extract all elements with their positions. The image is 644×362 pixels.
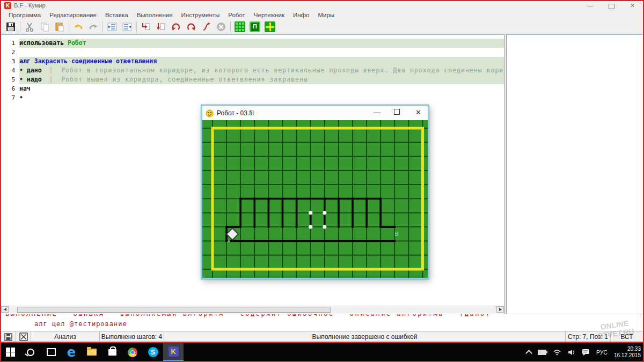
save-icon[interactable] [3, 20, 18, 34]
menu-vypolnenie[interactable]: Выполнение [133, 12, 177, 18]
volume-icon[interactable] [568, 349, 575, 356]
toolbar: П [1, 20, 643, 34]
toolbar-separator [136, 21, 137, 32]
store-icon[interactable] [102, 343, 122, 361]
remove-indent-icon[interactable] [120, 20, 135, 34]
file-explorer-icon[interactable] [82, 343, 102, 361]
status-message: Выполнение завершено с ошибкой [164, 331, 566, 342]
wifi-icon[interactable] [553, 349, 561, 356]
robot-window[interactable]: Робот - 03.fil — ✕ AB [201, 105, 429, 279]
close-icon[interactable]: ✕ [630, 2, 635, 9]
search-icon[interactable] [20, 343, 41, 361]
toolbar-separator [103, 21, 103, 32]
tray-chevron-icon[interactable] [526, 349, 531, 356]
start-button-icon[interactable] [0, 343, 20, 361]
code-line[interactable]: 2 [1, 48, 504, 57]
menu-miry[interactable]: Миры [313, 12, 339, 18]
copy-icon[interactable] [37, 20, 52, 34]
error-output-pane: ВЫПОЛНЕНИЕ ОШИБКА выполняемый алгоритм с… [1, 314, 642, 331]
menu-instrumenty[interactable]: Инструменты [177, 12, 224, 18]
chrome-icon[interactable] [122, 343, 143, 361]
clock[interactable]: 20:33 16.12.2015 [614, 346, 641, 359]
code-line[interactable]: 6 нач [1, 84, 504, 93]
notification-icon[interactable] [582, 349, 590, 356]
scroll-left-icon[interactable] [1, 306, 9, 313]
toolbar-separator [20, 21, 20, 32]
maximize-icon[interactable] [609, 4, 614, 9]
code-line[interactable]: 7 • [1, 93, 504, 102]
minimize-icon[interactable]: — [587, 2, 593, 9]
window-titlebar: K B.F - Кумир — ✕ [1, 1, 643, 10]
robot-window-title: Робот - 03.fil [217, 109, 254, 117]
window-title: B.F - Кумир [14, 2, 46, 9]
scrollbar-thumb[interactable] [17, 307, 331, 313]
svg-text:B: B [395, 231, 399, 237]
status-save-icon[interactable] [1, 331, 16, 342]
code-line[interactable]: 1 использовать Робот [1, 39, 504, 48]
windows-taskbar: e S K РУС 20:33 16.12.2015 [0, 343, 644, 361]
kumir-app-icon: K [4, 2, 11, 9]
red-frame-line [0, 342, 644, 343]
status-bar: Анализ Выполнено шагов: 4 Выполнение зав… [1, 331, 643, 342]
status-steps: Выполнено шагов: 4 [100, 331, 164, 342]
robot-window-titlebar[interactable]: Робот - 03.fil — ✕ [202, 106, 428, 120]
status-analysis: Анализ [31, 331, 100, 342]
robot-field-window-icon[interactable]: П [247, 20, 262, 34]
add-indent-icon[interactable] [105, 20, 120, 34]
robot-field-grid-icon[interactable] [232, 20, 247, 34]
code-line[interactable]: 4 • дано | Робот в горизонтальном коридо… [1, 66, 504, 75]
code-line[interactable]: 3 алг Закрасить соединенные ответвления [1, 57, 504, 66]
redo-icon[interactable] [86, 20, 101, 34]
secondary-pane [507, 34, 642, 314]
task-view-icon[interactable] [41, 343, 61, 361]
robot-field-cross-icon[interactable] [262, 20, 277, 34]
cut-icon[interactable] [22, 20, 37, 34]
rotate-left-icon[interactable] [169, 20, 184, 34]
battery-icon[interactable] [538, 350, 546, 355]
kumir-taskbar-icon[interactable]: K [163, 343, 184, 361]
robot-smiley-icon [206, 109, 214, 117]
menu-programma[interactable]: Программа [4, 12, 45, 18]
swap-run-icon[interactable] [199, 20, 214, 34]
menu-robot[interactable]: Робот [224, 12, 250, 18]
stop-icon[interactable] [214, 20, 229, 34]
error-line: алг цел @тестирование [34, 320, 127, 328]
toolbar-separator [69, 21, 69, 32]
menu-redaktirovanie[interactable]: Редактирование [45, 12, 101, 18]
robot-close-icon[interactable]: ✕ [415, 108, 421, 116]
error-line-clipped: ВЫПОЛНЕНИЕ ОШИБКА выполняемый алгоритм с… [5, 314, 639, 319]
paste-icon[interactable] [52, 20, 67, 34]
svg-text:A: A [227, 239, 231, 244]
edge-icon[interactable]: e [61, 343, 82, 361]
code-line[interactable]: 5 • надо | Робот вышел из коридора, соед… [1, 75, 504, 84]
menu-info[interactable]: Инфо [289, 12, 313, 18]
robot-maximize-icon[interactable] [394, 109, 400, 115]
system-tray: РУС 20:33 16.12.2015 [523, 343, 642, 361]
toolbar-separator [230, 21, 231, 32]
screen: K B.F - Кумир — ✕ Программа Редактирован… [0, 0, 644, 362]
robot-minimize-icon[interactable]: — [374, 108, 380, 116]
menu-vstavka[interactable]: Вставка [101, 12, 133, 18]
step-down-icon[interactable] [153, 20, 169, 34]
undo-icon[interactable] [71, 20, 86, 34]
menu-chertezhnik[interactable]: Чертежник [250, 12, 289, 18]
step-into-icon[interactable] [138, 20, 153, 34]
skype-icon[interactable]: S [143, 343, 163, 361]
horizontal-scrollbar[interactable] [1, 306, 504, 313]
language-indicator[interactable]: РУС [596, 349, 608, 356]
robot-field[interactable]: AB [202, 120, 428, 278]
menu-bar: Программа Редактирование Вставка Выполне… [1, 10, 643, 20]
scroll-right-icon[interactable] [496, 306, 504, 313]
rotate-right-icon[interactable] [184, 20, 199, 34]
status-close-icon[interactable] [16, 331, 31, 342]
